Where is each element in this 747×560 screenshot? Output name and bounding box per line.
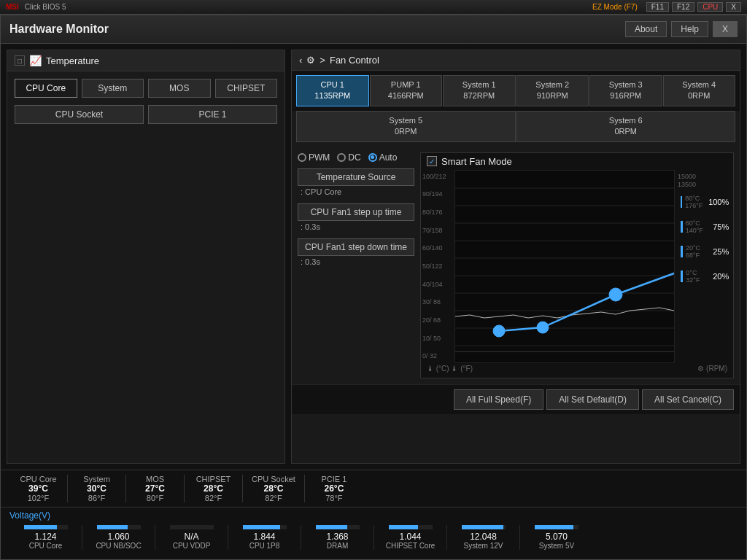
fan-control-title: > <box>320 55 325 66</box>
fan-control-panel: ‹ ⚙ > Fan Control CPU 1 1135RPM PUMP 1 4… <box>291 50 740 464</box>
temp-btn-system[interactable]: System <box>82 79 144 98</box>
reading-mos: MOS 27°C 80°F <box>126 475 185 502</box>
fan-tab-system5[interactable]: System 5 0RPM <box>296 111 516 142</box>
help-button[interactable]: Help <box>671 21 708 37</box>
scale-bar-1 <box>681 196 682 208</box>
reading-system-label: System <box>83 475 110 483</box>
volt-system-12v: 12.048 System 12V <box>447 525 520 550</box>
voltage-readings: 1.124 CPU Core 1.060 CPU NB/SOC N/A CPU … <box>9 525 738 550</box>
volt-cpu-core: 1.124 CPU Core <box>9 525 82 550</box>
all-set-default-button[interactable]: All Set Default(D) <box>546 389 639 410</box>
auto-radio[interactable] <box>368 153 377 162</box>
volt-bar-1p8 <box>243 525 280 529</box>
temp-scale: 80°C 176°F 100% 60°C 140°F 75% <box>678 192 732 287</box>
fan-tab-system3[interactable]: System 3 916RPM <box>589 75 662 106</box>
bottom-temperature-readings: CPU Core 39°C 102°F System 30°C 86°F MOS… <box>1 470 746 507</box>
scale-bar-4 <box>681 271 683 282</box>
temperature-title: Temperature <box>46 55 99 66</box>
fan-tab-system2[interactable]: System 2 910RPM <box>516 75 589 106</box>
scale-75pct[interactable]: 60°C 140°F 75% <box>678 217 732 237</box>
all-set-cancel-button[interactable]: All Set Cancel(C) <box>642 389 734 410</box>
volt-chipset-name: CHIPSET Core <box>386 542 436 550</box>
scale-20c: 20°C 68°F <box>686 244 708 259</box>
reading-cpu-core-f: 102°F <box>28 494 49 502</box>
reading-cpu-core-label: CPU Core <box>20 475 56 483</box>
volt-bar-cpu-core-container <box>24 525 68 529</box>
pwm-option[interactable]: PWM <box>298 152 330 163</box>
reading-pcie1-label: PCIE 1 <box>321 475 347 483</box>
volt-bar-5v <box>535 525 573 529</box>
collapse-btn[interactable]: □ <box>15 55 25 66</box>
reading-cpu-socket-label: CPU Socket <box>252 475 295 483</box>
about-button[interactable]: About <box>625 21 667 37</box>
volt-system-12v-val: 12.048 <box>470 532 497 542</box>
fan-control-label: Fan Control <box>330 55 379 66</box>
chart-container: 100/212 90/194 80/176 70/158 60/140 50/1… <box>421 170 733 363</box>
fan-tab-system5-rpm: 0RPM <box>300 126 512 137</box>
dc-option[interactable]: DC <box>337 152 360 163</box>
f12-btn[interactable]: F12 <box>672 2 694 12</box>
fan-tab-pump1[interactable]: PUMP 1 4166RPM <box>370 75 443 106</box>
fan-tab-system6[interactable]: System 6 0RPM <box>516 111 736 142</box>
temp-btn-mos[interactable]: MOS <box>148 79 211 98</box>
fan-tab-system4[interactable]: System 4 0RPM <box>663 75 736 106</box>
reading-pcie1: PCIE 1 26°C 78°F <box>305 475 363 502</box>
close-top-btn[interactable]: X <box>726 2 741 12</box>
step-down-wrapper: CPU Fan1 step down time : 0.3s <box>298 238 414 268</box>
volt-cpu-1p8-name: CPU 1P8 <box>249 542 280 550</box>
reading-pcie1-f: 78°F <box>325 494 342 502</box>
cpu-btn[interactable]: CPU <box>697 2 723 12</box>
volt-system-5v-name: System 5V <box>539 542 574 550</box>
dc-radio[interactable] <box>337 153 346 162</box>
reading-cpu-socket: CPU Socket 28°C 82°F <box>243 475 305 502</box>
pwm-radio[interactable] <box>298 153 306 162</box>
step-down-button[interactable]: CPU Fan1 step down time <box>298 238 414 256</box>
fan-icon: ⚙ <box>306 55 315 66</box>
volt-cpu-nbsoc-val: 1.060 <box>107 532 129 542</box>
volt-bar-vddp-container <box>170 525 214 529</box>
chart-checkbox[interactable]: ✓ <box>427 156 437 166</box>
temp-buttons-row2: CPU Socket PCIE 1 <box>7 105 285 131</box>
voltage-section: Voltage(V) 1.124 CPU Core 1.060 CPU NB/S… <box>1 507 746 553</box>
temp-btn-cpu-socket[interactable]: CPU Socket <box>15 105 144 124</box>
curve-point-3[interactable] <box>609 288 622 301</box>
window-title-bar: Hardware Monitor About Help X <box>1 15 746 44</box>
reading-chipset-c: 28°C <box>204 483 223 494</box>
ez-mode-label: EZ Mode (F7) <box>592 3 638 11</box>
fan-tab-system4-label: System 4 <box>667 79 732 90</box>
scale-20pct[interactable]: 0°C 32°F 20% <box>678 266 732 287</box>
window-title: Hardware Monitor <box>9 23 109 36</box>
fan-tab-system1[interactable]: System 1 872RPM <box>443 75 516 106</box>
volt-bar-1p8-container <box>243 525 287 529</box>
temp-btn-pcie1[interactable]: PCIE 1 <box>148 105 277 124</box>
temp-btn-chipset[interactable]: CHIPSET <box>215 79 278 98</box>
step-up-wrapper: CPU Fan1 step up time : 0.3s <box>298 203 414 233</box>
fan-tab-system1-rpm: 872RPM <box>446 90 512 101</box>
step-up-button[interactable]: CPU Fan1 step up time <box>298 203 414 221</box>
temp-btn-cpu-core[interactable]: CPU Core <box>15 79 77 98</box>
curve-point-1[interactable] <box>493 325 505 337</box>
reading-mos-c: 27°C <box>145 483 165 494</box>
all-full-speed-button[interactable]: All Full Speed(F) <box>454 389 543 410</box>
curve-point-2[interactable] <box>537 322 549 333</box>
fan-curve-chart[interactable] <box>454 170 675 363</box>
scale-25pct[interactable]: 20°C 68°F 25% <box>678 241 732 262</box>
y-axis-left: 100/212 90/194 80/176 70/158 60/140 50/1… <box>421 170 454 363</box>
volt-bar-chipset-container <box>389 525 433 529</box>
smart-fan-area: PWM DC Auto Temper <box>292 147 740 384</box>
close-button[interactable]: X <box>713 21 738 37</box>
reading-pcie1-c: 26°C <box>325 483 344 494</box>
temp-source-button[interactable]: Temperature Source <box>298 168 414 186</box>
scale-100pct[interactable]: 80°C 176°F 100% <box>678 192 732 212</box>
dc-label: DC <box>348 152 360 163</box>
volt-bar-12v-container <box>462 525 506 529</box>
reading-cpu-core-c: 39°C <box>28 483 48 494</box>
auto-option[interactable]: Auto <box>368 152 398 163</box>
bios-title: Click BIOS 5 <box>25 3 592 11</box>
fan-tab-cpu1[interactable]: CPU 1 1135RPM <box>296 75 369 106</box>
f11-btn[interactable]: F11 <box>646 2 669 12</box>
scale-20pct-label: 20% <box>713 272 729 281</box>
volt-bar-dram <box>316 525 347 529</box>
temp-source-btn-wrapper: Temperature Source : CPU Core <box>298 168 414 198</box>
scale-0c: 0°C 32°F <box>686 269 708 284</box>
